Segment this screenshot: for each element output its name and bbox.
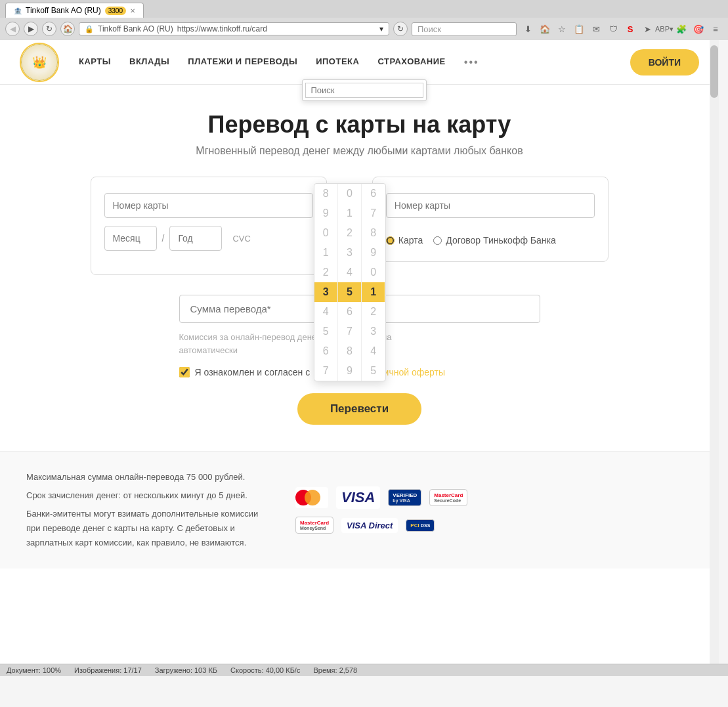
page-subtitle: Мгновенный перевод денег между любыми ка…: [196, 145, 523, 157]
toolbar-icons: ⬇ 🏠 ☆ 📋 ✉ 🛡 S ➤ ABP▾ 🧩 🎯 ≡: [521, 22, 723, 36]
tab-close[interactable]: ✕: [130, 7, 135, 14]
site-header: 👑 КАРТЫ ВКЛАДЫ ПЛАТЕЖИ И ПЕРЕВОДЫ ИПОТЕК…: [0, 40, 719, 85]
cvc-label: CVC: [232, 234, 250, 244]
puzzle-icon[interactable]: 🧩: [674, 22, 689, 36]
tab-title: Tinkoff Bank AO (RU): [26, 6, 101, 15]
shield-icon[interactable]: 🛡: [606, 22, 620, 36]
from-card-form: / CVC: [91, 177, 327, 275]
drum-item-selected[interactable]: 3: [314, 282, 337, 302]
search-bar[interactable]: Поиск: [412, 22, 517, 36]
verified-visa-logo: VERIFIED by VISA: [388, 489, 421, 506]
visa-direct-logo: VISA Direct: [341, 518, 398, 533]
nav-deposits[interactable]: ВКЛАДЫ: [129, 56, 169, 68]
lock-icon: 🔒: [85, 25, 94, 33]
drum-item[interactable]: 2: [314, 263, 337, 282]
drum-item[interactable]: 7: [314, 361, 337, 381]
drum-col-3: 6 7 8 9 0 1 2 3 4 5: [362, 184, 385, 381]
brand-s-icon[interactable]: S: [623, 22, 637, 36]
radio-contract-label: Договор Тинькофф Банка: [446, 235, 555, 246]
drum-item[interactable]: 6: [314, 341, 337, 361]
radio-contract-input[interactable]: [433, 236, 442, 245]
active-tab[interactable]: 🏦 Tinkoff Bank AO (RU) 3300 ✕: [5, 3, 144, 18]
drum-item[interactable]: 0: [362, 263, 385, 282]
forward-button[interactable]: ▶: [24, 22, 38, 36]
radio-card[interactable]: Карта: [386, 235, 423, 246]
status-speed: Скорость: 40,00 КБ/с: [230, 666, 300, 674]
drum-item[interactable]: 2: [362, 302, 385, 322]
search-popup: [302, 79, 427, 101]
drum-item[interactable]: 5: [362, 361, 385, 381]
drum-item-selected[interactable]: 5: [338, 282, 361, 302]
drum-col-2: 0 1 2 3 4 5 6 7 8 9: [338, 184, 361, 381]
pci-dss-logo: PCI DSS: [406, 519, 435, 532]
drum-item[interactable]: 7: [338, 322, 361, 341]
drum-item[interactable]: 3: [338, 243, 361, 263]
target-icon[interactable]: 🎯: [691, 22, 706, 36]
nav-insurance[interactable]: СТРАХОВАНИЕ: [377, 56, 445, 68]
drum-item[interactable]: 4: [362, 341, 385, 361]
search-popup-input[interactable]: [305, 83, 423, 98]
drum-item[interactable]: 0: [338, 184, 361, 204]
star-icon[interactable]: ☆: [555, 22, 569, 36]
history-icon[interactable]: 📋: [572, 22, 586, 36]
login-button[interactable]: ВОЙТИ: [630, 49, 699, 75]
refresh-button[interactable]: ↻: [42, 22, 56, 36]
menu-icon[interactable]: ≡: [708, 22, 723, 36]
download-icon[interactable]: ⬇: [521, 22, 535, 36]
drum-item[interactable]: 6: [338, 302, 361, 322]
nav-more[interactable]: •••: [464, 56, 479, 68]
scrollbar-thumb[interactable]: [710, 45, 718, 98]
tab-bar: 🏦 Tinkoff Bank AO (RU) 3300 ✕: [0, 0, 728, 18]
radio-card-input[interactable]: [386, 236, 395, 245]
month-input[interactable]: [104, 226, 157, 251]
nav-mortgage[interactable]: ИПОТЕКА: [316, 56, 359, 68]
agreement-checkbox[interactable]: [179, 367, 190, 377]
address-dropdown-icon: ▾: [379, 24, 383, 33]
drum-picker[interactable]: 8 9 0 1 2 3 4 5 6 7: [314, 183, 386, 381]
drum-item[interactable]: 3: [362, 322, 385, 341]
drum-item[interactable]: 9: [314, 204, 337, 223]
from-card-number-input[interactable]: [104, 193, 313, 218]
search-placeholder: Поиск: [418, 24, 441, 34]
drum-item[interactable]: 1: [314, 243, 337, 263]
mastercard-logo: [295, 487, 328, 508]
to-card-number-input[interactable]: [386, 193, 595, 218]
footer-info: Максимальная сумма онлайн-перевода 75 00…: [0, 451, 719, 568]
back-button[interactable]: ◀: [5, 22, 20, 36]
drum-item[interactable]: 5: [314, 322, 337, 341]
logo-inner: 👑: [21, 44, 58, 81]
visa-logo: VISA: [336, 486, 380, 509]
drum-item[interactable]: 6: [362, 184, 385, 204]
drum-item-selected[interactable]: 1: [362, 282, 385, 302]
drum-item[interactable]: 1: [338, 204, 361, 223]
drum-item[interactable]: 9: [338, 361, 361, 381]
address-bar[interactable]: 🔒 Tinkoff Bank AO (RU) https://www.tinko…: [79, 22, 389, 35]
drum-item[interactable]: 7: [362, 204, 385, 223]
drum-item[interactable]: 8: [338, 341, 361, 361]
drum-item[interactable]: 9: [362, 243, 385, 263]
agreement-text: Я ознакомлен и согласен с: [195, 367, 310, 377]
reload-button[interactable]: ↻: [393, 22, 408, 36]
drum-item[interactable]: 8: [314, 184, 337, 204]
drum-item[interactable]: 0: [314, 223, 337, 243]
home-button[interactable]: 🏠: [60, 22, 75, 36]
scrollbar[interactable]: [710, 40, 719, 664]
mail-icon[interactable]: ✉: [589, 22, 603, 36]
footer-logos: VISA VERIFIED by VISA MasterCard SecureC…: [295, 470, 467, 550]
nav-payments[interactable]: ПЛАТЕЖИ И ПЕРЕВОДЫ: [188, 56, 297, 68]
nav-cards[interactable]: КАРТЫ: [79, 56, 111, 68]
drum-item[interactable]: 8: [362, 223, 385, 243]
year-input[interactable]: [169, 226, 222, 251]
status-images: Изображения: 17/17: [74, 666, 142, 674]
send-icon[interactable]: ➤: [640, 22, 654, 36]
date-slash: /: [162, 233, 165, 244]
drum-item[interactable]: 4: [338, 263, 361, 282]
home-icon[interactable]: 🏠: [538, 22, 552, 36]
transfer-button[interactable]: Перевести: [297, 393, 421, 425]
drum-item[interactable]: 4: [314, 302, 337, 322]
radio-contract[interactable]: Договор Тинькофф Банка: [433, 235, 555, 246]
drum-item[interactable]: 2: [338, 223, 361, 243]
lang-icon[interactable]: ABP▾: [657, 22, 672, 36]
status-loaded: Загружено: 103 КБ: [155, 666, 217, 674]
page-wrapper: 👑 КАРТЫ ВКЛАДЫ ПЛАТЕЖИ И ПЕРЕВОДЫ ИПОТЕК…: [0, 40, 719, 664]
